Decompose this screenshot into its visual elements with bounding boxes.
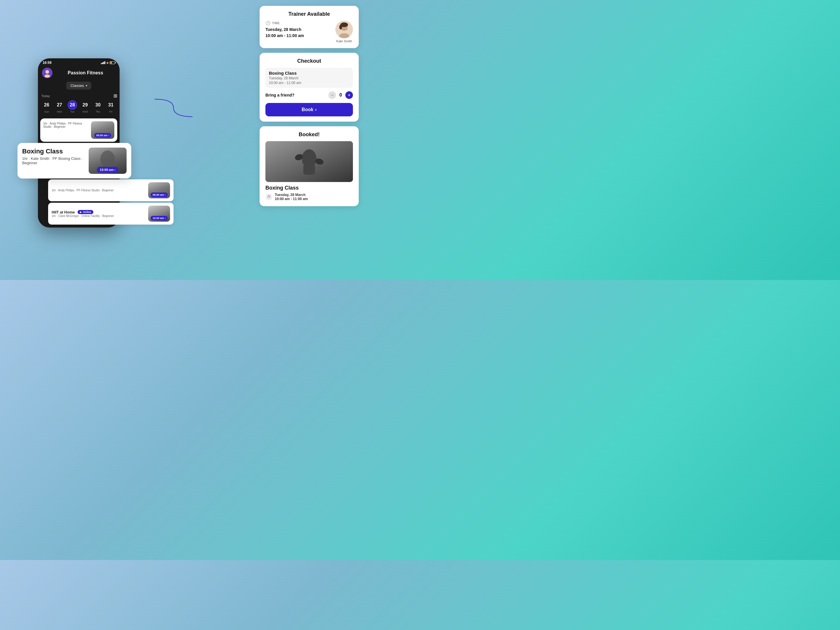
second-class-row[interactable]: 1hr · Andy Philips · PF Fitness Studio ·…: [48, 179, 174, 201]
second-class-meta: 1hr · Andy Philips · PF Fitness Studio ·…: [52, 189, 145, 192]
second-class-info: 1hr · Andy Philips · PF Fitness Studio ·…: [52, 189, 145, 192]
date-day-thu: Thu: [96, 110, 100, 113]
book-button[interactable]: Book ›: [265, 103, 353, 116]
date-day-mon: Mon: [57, 110, 62, 113]
main-class-image: 10:00 am ›: [88, 148, 126, 174]
svg-rect-12: [303, 164, 315, 175]
booked-time-row: ⏱ Tuesday, 28 March 10:00 am - 11:00 am: [265, 193, 353, 201]
status-time: 16:59: [43, 61, 52, 65]
status-icons: ⌾: [101, 61, 115, 65]
phone-time-badge-2[interactable]: 08:00 am ›: [94, 133, 111, 138]
today-label: Today: [41, 94, 50, 98]
calendar-icon[interactable]: ⊞: [114, 93, 117, 99]
calendar-header: Today ⊞: [40, 93, 117, 99]
main-class-name: Boxing Class: [22, 148, 85, 155]
status-bar: 16:59 ⌾: [38, 58, 120, 66]
booked-title: Booked!: [265, 131, 353, 138]
friend-count-plus[interactable]: +: [345, 91, 353, 99]
second-time-badge[interactable]: 08:00 am ›: [150, 193, 168, 197]
third-online-badge: ▶ Online: [77, 210, 93, 214]
date-item-wed[interactable]: 29 Wed: [81, 100, 90, 113]
trainer-info: Kate Smith: [335, 21, 353, 43]
main-class-meta: 1hr · Kate Smith · PF Boxing Class · Beg…: [22, 156, 85, 165]
date-day-sun: Sun: [44, 110, 49, 113]
third-class-meta: 1hr · Clare McGregor · Online Facility ·…: [52, 215, 145, 218]
classes-dropdown-button[interactable]: Classes ▾: [66, 82, 91, 90]
booked-time-text: Tuesday, 28 March 10:00 am - 11:00 am: [275, 193, 308, 201]
time-label: TIME: [272, 22, 280, 25]
main-time-badge[interactable]: 10:00 am ›: [97, 167, 118, 173]
trainer-name: Kate Smith: [336, 39, 352, 43]
booked-card: Booked! Boxing Class ⏱: [260, 126, 359, 206]
date-item-tue[interactable]: 28 Tue: [68, 100, 77, 113]
date-number-30: 30: [93, 100, 103, 110]
dates-row: 26 Sun 27 Mon 28 Tue 29 Wed 30 Thu: [40, 100, 117, 113]
third-class-image: 10:00 am ›: [148, 205, 170, 222]
right-panel: Trainer Available 🕐 TIME Tuesday, 28 Mar…: [260, 6, 359, 206]
book-label: Book: [302, 107, 313, 112]
friend-count: 0: [338, 92, 343, 98]
checkout-class-time: 10:00 am - 11:00 am: [269, 81, 349, 85]
avatar[interactable]: [42, 68, 52, 78]
date-number-26: 26: [42, 100, 51, 110]
checkout-title: Checkout: [265, 58, 353, 64]
date-number-31: 31: [106, 100, 115, 110]
checkout-card: Checkout Boxing Class Tuesday, 28 March …: [260, 53, 359, 122]
checkout-class-info: Boxing Class Tuesday, 28 March 10:00 am …: [265, 68, 353, 88]
date-day-wed: Wed: [82, 110, 88, 113]
date-number-29: 29: [81, 100, 90, 110]
wifi-icon: ⌾: [106, 61, 109, 65]
app-header: Passion Fitness: [38, 66, 120, 81]
battery-icon: [110, 61, 115, 64]
app-title: Passion Fitness: [55, 70, 115, 76]
date-day-tue: Tue: [70, 110, 74, 113]
booked-class-name: Boxing Class: [265, 185, 353, 191]
bring-friend-label: Bring a friend?: [265, 93, 295, 98]
third-class-info: HIIT at Home ▶ Online 1hr · Clare McGreg…: [52, 210, 145, 218]
time-section: 🕐 TIME Tuesday, 28 March 10:00 am - 11:0…: [265, 21, 332, 39]
counter-row: − 0 +: [328, 91, 353, 99]
phone-class-card-2[interactable]: 1hr · Andy Philips · PF Fitness Studio ·…: [40, 118, 117, 142]
date-item-sun[interactable]: 26 Sun: [42, 100, 51, 113]
main-class-card[interactable]: Boxing Class 1hr · Kate Smith · PF Boxin…: [17, 143, 131, 178]
signal-icon: [101, 61, 105, 64]
second-class-image: 08:00 am ›: [148, 182, 170, 198]
book-chevron: ›: [315, 107, 316, 112]
phone-class-image-2: 08:00 am ›: [91, 122, 114, 139]
date-item-fri[interactable]: 31 Fri: [106, 100, 115, 113]
date-number-27: 27: [55, 100, 64, 110]
connector-line: [155, 93, 193, 120]
trainer-avatar: [335, 21, 353, 38]
bring-friend-row: Bring a friend? − 0 +: [265, 91, 353, 99]
clock-icon: 🕐: [265, 21, 270, 25]
svg-point-9: [339, 25, 342, 30]
chevron-down-icon: ▾: [86, 84, 87, 87]
trainer-card-title: Trainer Available: [265, 11, 353, 17]
svg-point-1: [46, 70, 49, 74]
trainer-date: Tuesday, 28 March 10:00 am - 11:00 am: [265, 27, 332, 39]
phone-class-meta-2: 1hr · Andy Philips · PF Fitness Studio ·…: [43, 122, 88, 128]
third-time-badge[interactable]: 10:00 am ›: [150, 216, 168, 221]
calendar-row: Today ⊞ 26 Sun 27 Mon 28 Tue 29 Wed: [38, 92, 120, 115]
trainer-available-card: Trainer Available 🕐 TIME Tuesday, 28 Mar…: [260, 6, 359, 48]
date-number-28: 28: [68, 100, 77, 110]
time-label-row: 🕐 TIME: [265, 21, 332, 25]
date-item-mon[interactable]: 27 Mon: [55, 100, 64, 113]
third-class-row[interactable]: HIIT at Home ▶ Online 1hr · Clare McGreg…: [48, 203, 174, 224]
video-icon-2: ▶: [80, 211, 82, 213]
date-day-fri: Fri: [109, 110, 112, 113]
trainer-card-body: 🕐 TIME Tuesday, 28 March 10:00 am - 11:0…: [265, 21, 353, 43]
friend-count-minus[interactable]: −: [328, 91, 336, 99]
booked-clock-icon: ⏱: [265, 193, 272, 201]
booked-class-image: [265, 141, 353, 182]
third-class-name: HIIT at Home: [52, 210, 75, 215]
classes-dropdown-container: Classes ▾: [38, 81, 120, 92]
date-item-thu[interactable]: 30 Thu: [93, 100, 103, 113]
checkout-class-name: Boxing Class: [269, 71, 349, 76]
main-class-info: Boxing Class 1hr · Kate Smith · PF Boxin…: [22, 148, 85, 174]
dropdown-label: Classes: [70, 84, 84, 88]
checkout-class-date: Tuesday, 28 March: [269, 76, 349, 80]
